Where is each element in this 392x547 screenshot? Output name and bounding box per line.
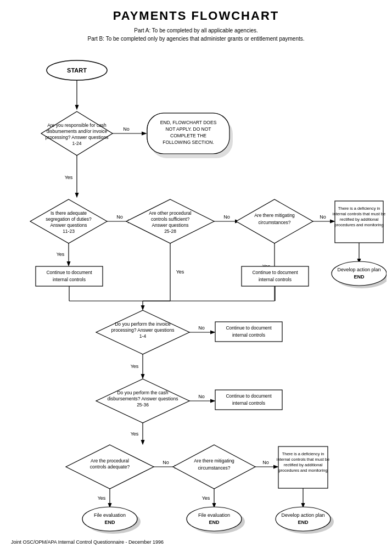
svg-text:Are there mitigating: Are there mitigating bbox=[254, 213, 295, 218]
svg-text:circumstances?: circumstances? bbox=[258, 220, 290, 225]
footer: Joint OSC/OPM/APA Internal Control Quest… bbox=[5, 539, 387, 545]
svg-text:disbursements and/or invoice: disbursements and/or invoice bbox=[47, 129, 108, 134]
subtitle: Part A: To be completed by all applicabl… bbox=[5, 26, 387, 43]
page-title: PAYMENTS FLOWCHART bbox=[5, 9, 387, 23]
svg-text:No: No bbox=[223, 214, 230, 220]
svg-text:Are other procedural: Are other procedural bbox=[149, 210, 192, 216]
svg-text:Yes: Yes bbox=[57, 252, 65, 257]
svg-point-105 bbox=[276, 507, 331, 531]
svg-text:internal controls: internal controls bbox=[259, 277, 292, 282]
svg-text:FOLLOWING SECTION.: FOLLOWING SECTION. bbox=[163, 139, 214, 145]
svg-text:Do you perform the invoice: Do you perform the invoice bbox=[115, 321, 171, 327]
svg-text:Answer questions: Answer questions bbox=[50, 222, 87, 228]
svg-text:END: END bbox=[209, 520, 220, 525]
flowchart-diagram: START Are you responsible for cash disbu… bbox=[5, 48, 387, 537]
svg-text:25-36: 25-36 bbox=[137, 402, 149, 408]
svg-text:Yes: Yes bbox=[176, 269, 184, 275]
svg-text:Answer questions: Answer questions bbox=[152, 222, 188, 228]
svg-text:Yes: Yes bbox=[131, 364, 139, 369]
svg-text:No: No bbox=[116, 214, 123, 220]
svg-text:procedures and monitoring: procedures and monitoring bbox=[334, 222, 383, 227]
svg-text:internal controls that must be: internal controls that must be bbox=[277, 457, 329, 462]
svg-text:circumstances?: circumstances? bbox=[198, 465, 230, 471]
svg-text:Continue to document: Continue to document bbox=[252, 270, 298, 275]
svg-text:END: END bbox=[354, 274, 365, 280]
svg-text:END, FLOWCHART DOES: END, FLOWCHART DOES bbox=[160, 120, 217, 125]
svg-text:Develop action plan: Develop action plan bbox=[337, 267, 380, 272]
svg-point-45 bbox=[332, 261, 387, 286]
svg-text:1-4: 1-4 bbox=[139, 333, 147, 339]
svg-text:Yes: Yes bbox=[202, 495, 210, 501]
svg-text:25-28: 25-28 bbox=[164, 228, 176, 234]
svg-text:NOT APPLY. DO NOT: NOT APPLY. DO NOT bbox=[165, 126, 211, 132]
svg-text:Is there adequate: Is there adequate bbox=[51, 210, 87, 216]
svg-text:No: No bbox=[198, 394, 205, 399]
page: PAYMENTS FLOWCHART Part A: To be complet… bbox=[0, 0, 392, 547]
svg-text:controls sufficient?: controls sufficient? bbox=[151, 216, 190, 222]
svg-text:Develop action plan: Develop action plan bbox=[281, 512, 324, 518]
svg-text:Are there mitigating: Are there mitigating bbox=[194, 458, 234, 464]
svg-text:Continue to document: Continue to document bbox=[226, 393, 272, 399]
svg-text:No: No bbox=[163, 460, 169, 465]
subtitle-line2: Part B: To be completed only by agencies… bbox=[87, 36, 304, 42]
svg-text:controls adequate?: controls adequate? bbox=[90, 464, 130, 470]
svg-text:No: No bbox=[198, 325, 205, 331]
svg-text:internal controls: internal controls bbox=[232, 332, 265, 338]
svg-text:internal controls: internal controls bbox=[232, 400, 265, 406]
svg-text:Yes: Yes bbox=[98, 495, 106, 501]
svg-text:disbursements? Answer question: disbursements? Answer questions bbox=[108, 396, 178, 401]
svg-text:Continue to document: Continue to document bbox=[226, 325, 272, 331]
svg-text:procedures and monitoring: procedures and monitoring bbox=[278, 468, 327, 473]
svg-text:There is a deficiency in: There is a deficiency in bbox=[282, 451, 324, 456]
svg-point-111 bbox=[82, 507, 137, 531]
svg-text:segregation of duties?: segregation of duties? bbox=[46, 216, 92, 222]
svg-text:File evaluation: File evaluation bbox=[94, 512, 126, 518]
svg-text:There is a deficiency in: There is a deficiency in bbox=[338, 206, 380, 211]
svg-text:processing? Answer questions: processing? Answer questions bbox=[46, 135, 109, 140]
svg-text:No: No bbox=[262, 460, 269, 465]
svg-text:Yes: Yes bbox=[65, 175, 73, 180]
svg-text:internal controls: internal controls bbox=[53, 277, 86, 282]
svg-text:11-23: 11-23 bbox=[63, 228, 75, 234]
svg-text:No: No bbox=[123, 126, 130, 132]
svg-text:Continue to document: Continue to document bbox=[46, 270, 92, 275]
svg-text:Do you perform the cash: Do you perform the cash bbox=[117, 390, 168, 395]
svg-text:Are the procedural: Are the procedural bbox=[91, 458, 129, 464]
svg-text:internal controls that must be: internal controls that must be bbox=[333, 211, 385, 216]
svg-text:END: END bbox=[104, 520, 115, 525]
svg-text:rectified by additional: rectified by additional bbox=[340, 217, 379, 222]
svg-text:File evaluation: File evaluation bbox=[198, 512, 230, 518]
svg-point-117 bbox=[187, 507, 242, 531]
svg-text:Yes: Yes bbox=[131, 431, 139, 437]
svg-text:No: No bbox=[320, 214, 326, 220]
svg-text:Are you responsible for cash: Are you responsible for cash bbox=[47, 122, 107, 128]
svg-text:START: START bbox=[67, 67, 87, 74]
svg-text:rectified by additional: rectified by additional bbox=[284, 462, 323, 467]
subtitle-line1: Part A: To be completed by all applicabl… bbox=[134, 27, 258, 34]
svg-text:1-24: 1-24 bbox=[72, 141, 81, 146]
svg-text:COMPLETE THE: COMPLETE THE bbox=[170, 133, 206, 138]
svg-text:END: END bbox=[298, 520, 309, 525]
svg-text:processing? Answer questions: processing? Answer questions bbox=[111, 327, 175, 333]
